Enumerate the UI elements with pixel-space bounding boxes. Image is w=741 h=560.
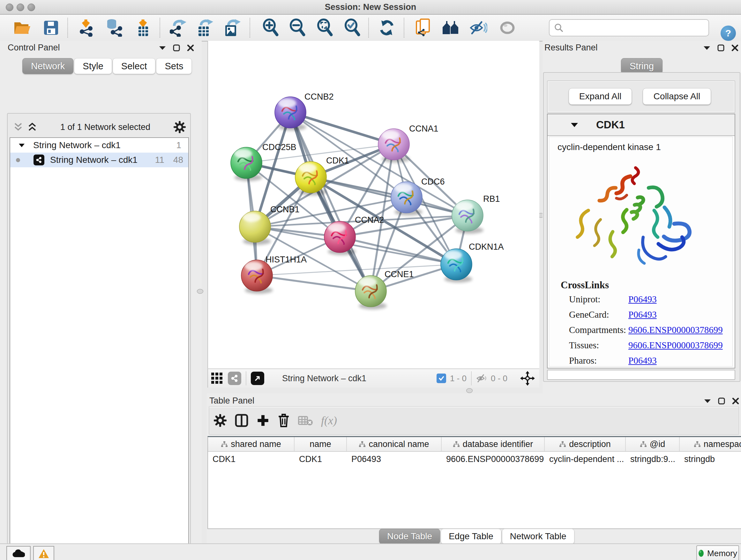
network-view-icon[interactable] bbox=[228, 372, 241, 385]
expand-collapse-bar: Expand All Collapse All bbox=[547, 80, 735, 113]
crosslink-value[interactable]: P06493 bbox=[628, 355, 657, 366]
float-panel-icon[interactable] bbox=[718, 44, 724, 51]
zoom-fit-icon[interactable] bbox=[315, 18, 334, 38]
table-cell[interactable]: CDK1 bbox=[208, 454, 294, 464]
table-cell[interactable]: stringdb bbox=[680, 454, 741, 464]
network-node-RB1[interactable] bbox=[452, 200, 483, 234]
network-node-HIST1H1A[interactable] bbox=[241, 260, 273, 294]
zoom-out-icon[interactable] bbox=[288, 18, 307, 38]
warnings-button[interactable] bbox=[33, 546, 54, 560]
table-cell[interactable]: 9606.ENSP00000378699 bbox=[442, 454, 545, 464]
create-column-icon[interactable] bbox=[257, 414, 269, 427]
collapse-all-icon[interactable] bbox=[13, 122, 23, 132]
column-header-shared-name[interactable]: shared name bbox=[208, 437, 294, 451]
column-header-name[interactable]: name bbox=[294, 437, 347, 451]
expand-all-button[interactable]: Expand All bbox=[569, 88, 632, 105]
column-header--id[interactable]: @id bbox=[626, 437, 680, 451]
gene-collapse-icon[interactable] bbox=[570, 122, 578, 127]
zoom-selected-icon[interactable] bbox=[343, 18, 362, 38]
column-header-namespace[interactable]: namespace bbox=[680, 437, 741, 451]
network-node-CDKN1A[interactable] bbox=[441, 249, 472, 283]
import-table-icon[interactable] bbox=[133, 18, 152, 38]
hide-selected-icon[interactable] bbox=[469, 18, 488, 38]
table-row[interactable]: CDK1CDK1P064939606.ENSP00000378699cyclin… bbox=[208, 452, 741, 466]
tab-network-table[interactable]: Network Table bbox=[502, 529, 575, 544]
control-panel-title: Control Panel bbox=[8, 43, 60, 53]
show-columns-icon[interactable] bbox=[235, 414, 248, 428]
export-network-icon[interactable] bbox=[169, 18, 188, 38]
table-options-gear-icon[interactable] bbox=[214, 414, 226, 427]
network-graph[interactable]: CCNB2CCNA1CDC25BCDK1CDC6RB1CCNB1CCNA2CDK… bbox=[208, 41, 539, 368]
clone-network-icon[interactable] bbox=[414, 18, 433, 38]
crosslink-value[interactable]: P06493 bbox=[628, 294, 657, 305]
collection-expand-icon[interactable] bbox=[18, 143, 25, 147]
table-cell[interactable]: CDK1 bbox=[294, 454, 347, 464]
export-table-icon[interactable] bbox=[196, 18, 215, 38]
import-table-from-database-icon[interactable] bbox=[105, 18, 124, 38]
table-cell[interactable]: cyclin-dependent ... bbox=[545, 454, 626, 464]
save-session-icon[interactable] bbox=[42, 18, 61, 38]
memory-button[interactable]: Memory bbox=[696, 545, 739, 560]
gene-section-header[interactable]: CDK1 bbox=[548, 114, 735, 136]
network-collection-row[interactable]: String Network – cdk1 1 bbox=[10, 138, 188, 152]
table-cell[interactable]: P06493 bbox=[347, 454, 442, 464]
detach-view-icon[interactable] bbox=[251, 372, 264, 385]
collapse-all-button[interactable]: Collapse All bbox=[643, 88, 711, 105]
network-row[interactable]: String Network – cdk1 11 48 bbox=[10, 152, 188, 167]
import-network-icon[interactable] bbox=[77, 18, 96, 38]
expand-all-icon[interactable] bbox=[27, 122, 37, 132]
birds-eye-icon[interactable] bbox=[520, 371, 535, 386]
network-node-CCNA1[interactable] bbox=[378, 129, 410, 163]
network-canvas[interactable]: CCNB2CCNA1CDC25BCDK1CDC6RB1CCNB1CCNA2CDK… bbox=[207, 41, 539, 368]
column-header-canonical-name[interactable]: canonical name bbox=[347, 437, 442, 451]
tab-sets[interactable]: Sets bbox=[156, 58, 192, 74]
network-node-CDC25B[interactable] bbox=[231, 147, 262, 181]
shared-column-icon bbox=[359, 441, 366, 447]
selected-checkbox-icon[interactable] bbox=[436, 374, 446, 383]
column-header-description[interactable]: description bbox=[545, 437, 626, 451]
tab-string[interactable]: String bbox=[621, 58, 663, 74]
panel-menu-icon[interactable] bbox=[704, 399, 711, 403]
float-panel-icon[interactable] bbox=[173, 44, 180, 51]
close-panel-icon[interactable] bbox=[187, 44, 194, 51]
tab-node-table[interactable]: Node Table bbox=[379, 529, 440, 544]
tab-edge-table[interactable]: Edge Table bbox=[441, 529, 501, 544]
hidden-counts: 0 - 0 bbox=[491, 374, 508, 383]
close-panel-icon[interactable] bbox=[731, 44, 738, 51]
open-session-icon[interactable] bbox=[13, 18, 32, 38]
close-panel-icon[interactable] bbox=[732, 397, 739, 405]
options-gear-icon[interactable] bbox=[174, 121, 186, 133]
grid-view-icon[interactable] bbox=[211, 372, 223, 385]
crosslink-value[interactable]: 9606.ENSP00000378699 bbox=[628, 340, 723, 351]
float-panel-icon[interactable] bbox=[718, 397, 725, 405]
cloud-status-button[interactable] bbox=[6, 546, 30, 560]
refresh-icon[interactable] bbox=[377, 18, 396, 38]
cytoscape-window: Session: New Session bbox=[0, 0, 741, 560]
delete-column-icon[interactable] bbox=[278, 414, 290, 428]
help-icon[interactable]: ? bbox=[721, 25, 736, 41]
network-node-CCNB1[interactable] bbox=[239, 211, 271, 245]
crosslink-value[interactable]: 9606.ENSP00000378699 bbox=[628, 325, 723, 335]
table-cell[interactable]: stringdb:9... bbox=[626, 454, 680, 464]
panel-menu-icon[interactable] bbox=[159, 46, 166, 50]
column-header-database-identifier[interactable]: database identifier bbox=[442, 437, 545, 451]
search-input[interactable] bbox=[566, 21, 709, 35]
horizontal-splitter-handle[interactable] bbox=[466, 388, 473, 393]
panel-menu-icon[interactable] bbox=[703, 46, 711, 50]
export-image-icon[interactable] bbox=[223, 18, 242, 38]
show-hidden-icon[interactable] bbox=[498, 18, 517, 38]
network-node-CCNE1[interactable] bbox=[355, 275, 387, 309]
tab-network[interactable]: Network bbox=[22, 58, 73, 74]
node-table[interactable]: shared namenamecanonical namedatabase id… bbox=[207, 436, 741, 529]
left-splitter-handle[interactable] bbox=[197, 289, 203, 294]
tab-style[interactable]: Style bbox=[74, 58, 112, 74]
table-toolbar: f(x) bbox=[209, 406, 739, 435]
network-node-CDK1[interactable] bbox=[295, 162, 327, 195]
network-node-CCNA2[interactable] bbox=[324, 221, 356, 255]
results-hscrollbar[interactable] bbox=[547, 370, 735, 380]
crosslink-value[interactable]: P06493 bbox=[628, 309, 657, 320]
tab-select[interactable]: Select bbox=[113, 58, 156, 74]
zoom-in-icon[interactable] bbox=[261, 18, 280, 38]
network-node-CDC6[interactable] bbox=[391, 182, 422, 215]
home-icon[interactable] bbox=[442, 18, 461, 38]
